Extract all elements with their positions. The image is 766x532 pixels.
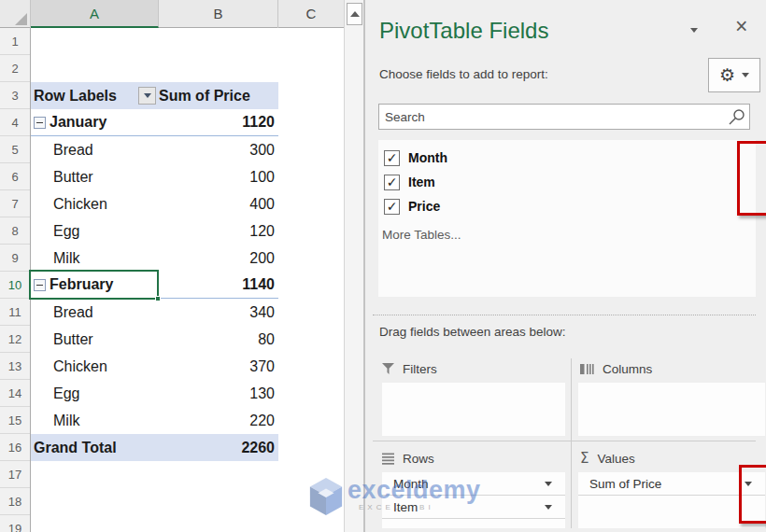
column-header-b[interactable]: B (159, 0, 278, 28)
rows-area-header: Rows (382, 451, 434, 466)
pill-label: Item (382, 500, 418, 514)
cell-a13-chicken[interactable]: Chicken (31, 353, 159, 380)
row-header-17[interactable]: 17 (0, 461, 30, 488)
pane-title: PivotTable Fields (379, 18, 548, 44)
rows-drop-zone[interactable]: Month Item (382, 472, 565, 528)
select-all-button[interactable] (0, 0, 31, 28)
pill-dropdown-icon[interactable] (545, 482, 552, 486)
pivot-item-row: Bread 300 (31, 136, 278, 163)
filter-funnel-icon (382, 363, 394, 375)
field-search-box (378, 104, 750, 130)
cell-a3-row-labels[interactable]: Row Labels (31, 82, 159, 109)
cell-b9-value[interactable]: 200 (159, 245, 278, 272)
row-header-9[interactable]: 9 (0, 245, 30, 272)
excel-window: A B C 1 2 3 4 5 6 7 8 9 10 11 12 13 14 1… (0, 0, 766, 532)
pivot-item-row: Egg 130 (31, 380, 278, 407)
checkbox-checked-icon[interactable] (384, 199, 400, 215)
pivot-item-row: Chicken 400 (31, 190, 278, 217)
row-header-19[interactable]: 19 (0, 515, 30, 532)
search-input[interactable] (385, 105, 721, 128)
pill-label: Sum of Price (578, 477, 661, 491)
cell-a11-bread[interactable]: Bread (31, 299, 159, 326)
scroll-up-button[interactable] (347, 3, 362, 25)
drag-fields-label: Drag fields between areas below: (379, 325, 566, 339)
cell-a4-january[interactable]: January (31, 109, 159, 135)
scroll-up-arrow-icon (350, 11, 360, 17)
row-header-5[interactable]: 5 (0, 136, 30, 163)
row-header-12[interactable]: 12 (0, 326, 30, 353)
cell-b14-value[interactable]: 130 (159, 380, 278, 407)
row-header-13[interactable]: 13 (0, 353, 30, 380)
pane-close-button[interactable]: × (735, 16, 747, 37)
sum-of-price-text: Sum of Price (159, 88, 250, 105)
cell-a14-egg[interactable]: Egg (31, 380, 159, 407)
pill-dropdown-icon[interactable] (545, 505, 552, 510)
worksheet: A B C 1 2 3 4 5 6 7 8 9 10 11 12 13 14 1… (0, 0, 344, 532)
cell-a12-butter[interactable]: Butter (31, 326, 159, 353)
cell-a5-bread[interactable]: Bread (31, 136, 159, 163)
cell-b6-value[interactable]: 100 (159, 163, 278, 190)
pivot-item-row: Egg 120 (31, 217, 278, 245)
pill-dropdown-icon[interactable] (745, 482, 752, 486)
row-header-14[interactable]: 14 (0, 380, 30, 407)
pivot-item-row: Milk 200 (31, 245, 278, 272)
cell-b3-sum-of-price[interactable]: Sum of Price (159, 82, 278, 109)
vertical-scrollbar[interactable] (344, 0, 364, 532)
column-header-strip: A B C (0, 0, 344, 28)
cell-b16-value[interactable]: 2260 (159, 434, 278, 461)
row-header-1[interactable]: 1 (0, 28, 30, 55)
rows-field-pill-item[interactable]: Item (382, 496, 565, 519)
field-row-month[interactable]: Month (384, 147, 447, 168)
row-header-7[interactable]: 7 (0, 190, 30, 217)
row-header-8[interactable]: 8 (0, 217, 30, 245)
pivot-item-row: Milk 220 (31, 407, 278, 434)
checkbox-checked-icon[interactable] (384, 175, 400, 190)
cell-b15-value[interactable]: 220 (159, 407, 278, 434)
pill-label: Month (382, 477, 429, 491)
row-header-3[interactable]: 3 (0, 82, 30, 109)
field-row-price[interactable]: Price (384, 196, 440, 217)
cell-b11-value[interactable]: 340 (159, 299, 278, 326)
values-field-pill-sum-of-price[interactable]: Sum of Price (578, 472, 765, 496)
row-labels-filter-button[interactable] (138, 87, 156, 105)
field-label: Month (408, 150, 447, 165)
cell-b10-value[interactable]: 1140 (159, 272, 278, 298)
rows-field-pill-month[interactable]: Month (382, 472, 565, 496)
cell-a15-milk[interactable]: Milk (31, 407, 159, 434)
filters-drop-zone[interactable] (382, 383, 565, 436)
row-header-2[interactable]: 2 (0, 55, 30, 82)
cell-a7-chicken[interactable]: Chicken (31, 190, 159, 217)
row-header-18[interactable]: 18 (0, 488, 30, 515)
column-header-c[interactable]: C (278, 0, 344, 28)
cell-a16-grand-total[interactable]: Grand Total (31, 434, 159, 461)
tools-button[interactable]: ⚙ (708, 58, 760, 92)
more-tables-link[interactable]: More Tables... (382, 228, 461, 242)
cell-a10-february-selected[interactable]: February (31, 272, 159, 298)
row-header-4[interactable]: 4 (0, 109, 30, 136)
cell-b7-value[interactable]: 400 (159, 190, 278, 217)
field-row-item[interactable]: Item (384, 172, 435, 192)
pane-options-button[interactable] (690, 28, 698, 33)
values-drop-zone[interactable]: Sum of Price (578, 472, 765, 528)
checkbox-checked-icon[interactable] (384, 150, 400, 166)
collapse-button-january[interactable] (34, 117, 46, 129)
cell-a6-butter[interactable]: Butter (31, 163, 159, 190)
row-header-6[interactable]: 6 (0, 163, 30, 190)
cell-a9-milk[interactable]: Milk (31, 245, 159, 272)
collapse-button-february[interactable] (34, 279, 46, 291)
cell-b4-value[interactable]: 1120 (159, 109, 278, 135)
row-header-15[interactable]: 15 (0, 407, 30, 434)
row-header-10-selected[interactable]: 10 (0, 272, 30, 299)
quadrant-vertical-divider (571, 358, 572, 528)
cell-b13-value[interactable]: 370 (159, 353, 278, 380)
columns-drop-zone[interactable] (578, 383, 765, 436)
cell-b12-value[interactable]: 80 (159, 326, 278, 353)
row-header-16[interactable]: 16 (0, 434, 30, 461)
column-header-a[interactable]: A (31, 0, 159, 28)
february-label: February (50, 276, 113, 293)
cell-b5-value[interactable]: 300 (159, 136, 278, 163)
cell-a8-egg[interactable]: Egg (31, 217, 159, 245)
pivot-item-row: Butter 80 (31, 326, 278, 353)
row-header-11[interactable]: 11 (0, 299, 30, 326)
cell-b8-value[interactable]: 120 (159, 217, 278, 245)
